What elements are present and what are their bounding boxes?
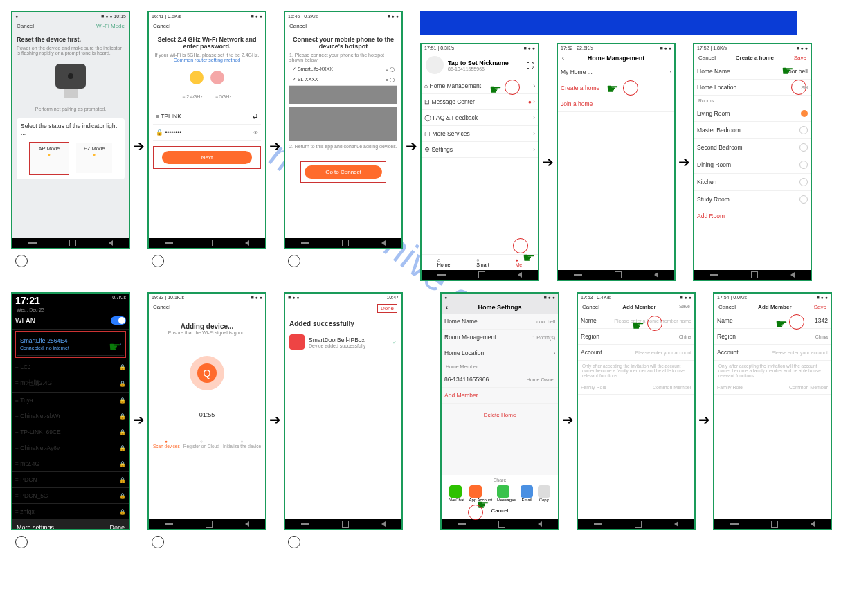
- more-settings[interactable]: More settings: [17, 524, 54, 530]
- step2: 2. Return to this app and continue addin…: [289, 144, 397, 149]
- wifi-item[interactable]: ≡ LCJ🔒: [12, 359, 129, 375]
- navbar[interactable]: [12, 238, 129, 248]
- cancel[interactable]: Cancel: [582, 304, 599, 310]
- create-home[interactable]: Create a home: [558, 80, 674, 96]
- navbar[interactable]: [442, 519, 558, 529]
- tab-smart[interactable]: ○Smart: [476, 258, 489, 267]
- back-icon[interactable]: ‹: [562, 55, 564, 62]
- avatar[interactable]: [426, 56, 444, 74]
- room-item[interactable]: Dining Room: [694, 156, 811, 174]
- heading: Select 2.4 GHz Wi-Fi Network and enter p…: [153, 36, 261, 50]
- wifi-mode[interactable]: Wi-Fi Mode: [96, 23, 125, 29]
- menu-more-services[interactable]: ▢ More Services›: [422, 126, 538, 142]
- share-wechat[interactable]: WeChat: [449, 485, 464, 502]
- done-button[interactable]: Done: [109, 524, 125, 530]
- room-item[interactable]: Kitchen: [694, 174, 811, 191]
- screen-profile-menu: 17:51 | 0.3K/s■ ● ● Tap to Set Nickname8…: [420, 43, 539, 281]
- account-input[interactable]: Please enter your account: [635, 350, 691, 355]
- wifi-item[interactable]: ≡ PDCN🔒: [12, 472, 129, 488]
- wifi-item[interactable]: ≡ mt2.4G🔒: [12, 456, 129, 472]
- done-button[interactable]: Done: [377, 304, 397, 313]
- back-icon[interactable]: ‹: [446, 304, 448, 311]
- save-button[interactable]: Save: [679, 304, 690, 310]
- navbar[interactable]: [149, 519, 265, 529]
- step-number: [288, 536, 300, 548]
- navbar[interactable]: [149, 238, 265, 248]
- wlan-toggle[interactable]: [111, 316, 126, 325]
- menu-home-management[interactable]: ⌂ Home Management›: [422, 78, 538, 94]
- wifi-item[interactable]: ≡ TP-LINK_69CE🔒: [12, 424, 129, 440]
- cancel[interactable]: Cancel: [153, 23, 170, 29]
- region[interactable]: China: [815, 334, 828, 339]
- navbar[interactable]: [422, 270, 538, 280]
- room-item[interactable]: Living Room: [694, 106, 811, 122]
- wifi-item[interactable]: ≡ ChinaNet-sbWr🔒: [12, 408, 129, 424]
- my-home[interactable]: My Home ...›: [558, 64, 674, 80]
- arrow-icon: ➔: [562, 411, 574, 428]
- heading: Connect your mobile phone to the device'…: [289, 36, 397, 50]
- ssid[interactable]: TPLINK: [161, 113, 181, 120]
- wifi-item[interactable]: ≡ mt电脑2.4G🔒: [12, 375, 129, 393]
- ez-mode[interactable]: EZ Mode●: [76, 143, 112, 173]
- add-room[interactable]: Add Room: [694, 208, 811, 224]
- wifi-item[interactable]: ≡ Tuya🔒: [12, 393, 129, 408]
- device-name[interactable]: SmartDoorBell-IPBox: [309, 336, 366, 343]
- step-number: [15, 536, 28, 548]
- share-email[interactable]: Email: [521, 485, 533, 502]
- cancel[interactable]: Cancel: [289, 23, 307, 29]
- wifi-item[interactable]: ≡ PDCN_5G🔒: [12, 488, 129, 504]
- go-connect-button[interactable]: Go to Connect: [305, 165, 382, 179]
- ap-mode[interactable]: AP Mode●: [29, 142, 69, 175]
- cancel[interactable]: Cancel: [153, 304, 170, 310]
- add-member[interactable]: Add Member: [442, 388, 558, 404]
- note: Only after accepting the invitation will…: [578, 361, 694, 381]
- account-input[interactable]: Please enter your account: [772, 350, 828, 355]
- step1: 1. Please connect your phone to the hots…: [289, 53, 397, 62]
- cancel-share[interactable]: Cancel: [444, 505, 555, 516]
- share-app-account[interactable]: App Account: [469, 485, 493, 502]
- device-icon: [289, 334, 305, 350]
- blue-header-bar: [420, 11, 797, 35]
- share-copy[interactable]: Copy: [538, 485, 550, 502]
- smartlife-network[interactable]: SmartLife-2564E4Connected, no internet›: [17, 333, 124, 356]
- password[interactable]: ••••••••: [165, 129, 181, 136]
- menu-message-center[interactable]: ⊡ Message Center● ›: [422, 94, 538, 110]
- next-button[interactable]: Next: [162, 151, 252, 164]
- navbar[interactable]: [285, 238, 401, 248]
- scan-icon[interactable]: ⛶: [527, 62, 534, 69]
- screen-added-success: ■ ● ●10:47 Done Added successfully Smart…: [284, 292, 403, 530]
- timer: 01:55: [153, 411, 261, 418]
- cancel[interactable]: Cancel: [17, 23, 34, 29]
- room-item[interactable]: Study Room: [694, 191, 811, 208]
- save-button[interactable]: Save: [814, 304, 826, 310]
- smile-icon: [190, 71, 204, 84]
- screen-home-settings: ●■ ● ● ‹Home Settings Home Namedoor bell…: [440, 292, 559, 530]
- cancel[interactable]: Cancel: [718, 304, 736, 310]
- navbar[interactable]: [694, 270, 811, 280]
- navbar[interactable]: [714, 519, 831, 529]
- room-item[interactable]: Master Bedroom: [694, 122, 811, 139]
- save-button[interactable]: Save: [794, 55, 806, 61]
- sub: Ensure that the Wi-Fi signal is good.: [153, 330, 261, 335]
- link[interactable]: Common router setting method: [174, 57, 241, 62]
- wifi-item[interactable]: ≡ zhfqx🔒: [12, 504, 129, 520]
- region[interactable]: China: [679, 334, 691, 339]
- menu-settings[interactable]: ⚙ Settings›: [422, 142, 538, 158]
- wifi-item[interactable]: ≡ ChinaNet-Ay6v🔒: [12, 440, 129, 456]
- screen-create-home: 17:52 | 1.8K/s■ ● ● CancelCreate a homeS…: [693, 43, 812, 281]
- navbar[interactable]: [285, 519, 401, 529]
- join-home[interactable]: Join a home: [558, 96, 674, 112]
- menu-faq[interactable]: ◯ FAQ & Feedback›: [422, 110, 538, 126]
- room-item[interactable]: Second Bedroom: [694, 139, 811, 156]
- cancel[interactable]: Cancel: [698, 55, 716, 61]
- nickname[interactable]: Tap to Set Nickname: [448, 60, 509, 66]
- tab-home[interactable]: ⌂Home: [437, 258, 451, 267]
- desc: Power on the device and make sure the in…: [17, 46, 125, 55]
- navbar[interactable]: [558, 270, 674, 280]
- screen-home-management: 17:52 | 22.6K/s■ ● ● ‹Home Management My…: [557, 43, 676, 281]
- tab-me[interactable]: ●Me: [515, 258, 522, 267]
- delete-home[interactable]: Delete Home: [442, 404, 558, 426]
- name-input[interactable]: 1342: [815, 317, 828, 324]
- navbar[interactable]: [578, 519, 694, 529]
- share-messages[interactable]: Messages: [497, 485, 516, 502]
